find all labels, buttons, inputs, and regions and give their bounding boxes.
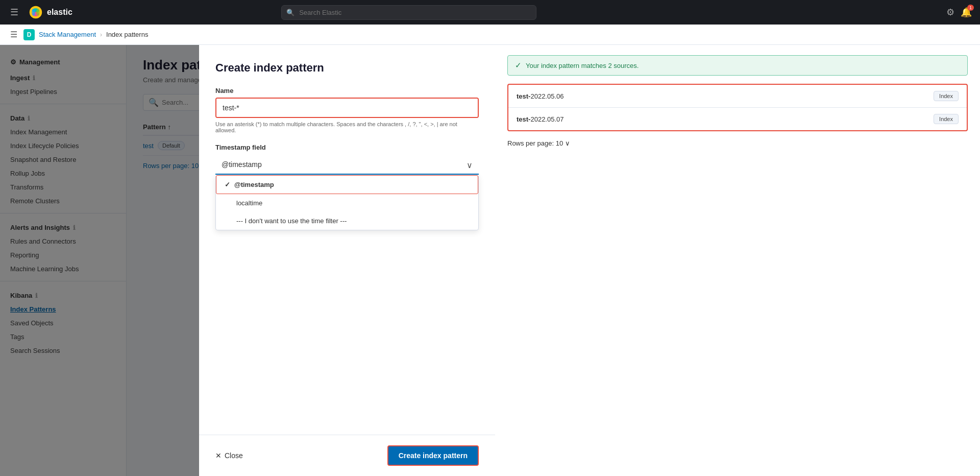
settings-icon: ⚙ bbox=[946, 7, 954, 17]
breadcrumb-stack-management-link[interactable]: Stack Management bbox=[39, 31, 96, 38]
timestamp-label: Timestamp field bbox=[215, 144, 479, 151]
nav-right-actions: ⚙ 🔔 1 bbox=[946, 7, 972, 18]
user-avatar: D bbox=[23, 29, 35, 40]
source-name-2: test-2022.05.07 bbox=[517, 115, 564, 123]
sidebar-toggle-button[interactable]: ☰ bbox=[8, 28, 19, 41]
timestamp-dropdown: ✓ @timestamp localtime --- I don't want … bbox=[215, 175, 479, 230]
logo-text: elastic bbox=[47, 8, 72, 17]
check-circle-icon: ✓ bbox=[515, 61, 522, 70]
dropdown-option-no-filter[interactable]: --- I don't want to use the time filter … bbox=[216, 212, 478, 230]
modal-overlay: Create index pattern Name Use an asteris… bbox=[0, 45, 980, 476]
dropdown-option-localtime[interactable]: localtime bbox=[216, 194, 478, 212]
close-x-icon: ✕ bbox=[215, 451, 222, 460]
sources-table: test-2022.05.06 Index test-2022.05.07 In… bbox=[507, 84, 968, 131]
source-row-2: test-2022.05.07 Index bbox=[508, 108, 967, 130]
name-input-wrapper bbox=[215, 98, 479, 118]
check-icon: ✓ bbox=[225, 181, 230, 188]
global-search-bar: 🔍 bbox=[281, 5, 536, 20]
rows-per-page-value[interactable]: 10 ∨ bbox=[556, 139, 570, 147]
breadcrumb-index-patterns: Index patterns bbox=[106, 31, 148, 38]
timestamp-select-wrapper: @timestamp localtime --- I don't want to… bbox=[215, 155, 479, 175]
source-row-1: test-2022.05.06 Index bbox=[508, 85, 967, 108]
svg-point-4 bbox=[36, 9, 40, 16]
rows-per-page-right: Rows per page: 10 ∨ bbox=[507, 139, 968, 147]
top-navigation: ☰ elastic 🔍 ⚙ 🔔 1 bbox=[0, 0, 980, 25]
elastic-logo: elastic bbox=[29, 5, 72, 19]
close-button[interactable]: ✕ Close bbox=[215, 451, 243, 460]
name-label: Name bbox=[215, 87, 479, 94]
breadcrumb-separator: › bbox=[100, 31, 102, 38]
create-index-pattern-button[interactable]: Create index pattern bbox=[387, 445, 479, 466]
index-badge-2: Index bbox=[934, 114, 959, 124]
match-banner: ✓ Your index pattern matches 2 sources. bbox=[507, 55, 968, 76]
create-index-pattern-modal: Create index pattern Name Use an asteris… bbox=[199, 45, 495, 476]
modal-title: Create index pattern bbox=[215, 61, 479, 75]
settings-nav-button[interactable]: ⚙ bbox=[946, 7, 954, 18]
source-name-1: test-2022.05.06 bbox=[517, 92, 564, 100]
right-panel: ✓ Your index pattern matches 2 sources. … bbox=[495, 45, 980, 476]
notification-count: 1 bbox=[967, 5, 974, 11]
main-layout: ⚙ Management Ingest ℹ Ingest Pipelines D… bbox=[0, 45, 980, 476]
breadcrumb-stack-management: Stack Management bbox=[39, 31, 96, 38]
timestamp-select[interactable]: @timestamp localtime --- I don't want to… bbox=[215, 155, 479, 175]
dropdown-option-timestamp[interactable]: ✓ @timestamp bbox=[216, 175, 478, 194]
breadcrumb-bar: ☰ D Stack Management › Index patterns bbox=[0, 25, 980, 45]
global-search-input[interactable] bbox=[281, 5, 536, 20]
chevron-down-rows-icon: ∨ bbox=[565, 139, 570, 147]
breadcrumb-index-patterns-label: Index patterns bbox=[106, 31, 148, 38]
index-badge-1: Index bbox=[934, 91, 959, 101]
name-input-hint: Use an asterisk (*) to match multiple ch… bbox=[215, 121, 479, 133]
match-text: Your index pattern matches 2 sources. bbox=[526, 62, 639, 69]
elastic-logo-icon bbox=[29, 5, 43, 19]
svg-point-3 bbox=[32, 9, 35, 16]
notifications-button[interactable]: 🔔 1 bbox=[961, 7, 972, 18]
modal-footer: ✕ Close Create index pattern bbox=[199, 435, 495, 476]
search-icon: 🔍 bbox=[286, 9, 295, 16]
name-input[interactable] bbox=[216, 99, 478, 117]
hamburger-button[interactable]: ☰ bbox=[8, 5, 20, 20]
